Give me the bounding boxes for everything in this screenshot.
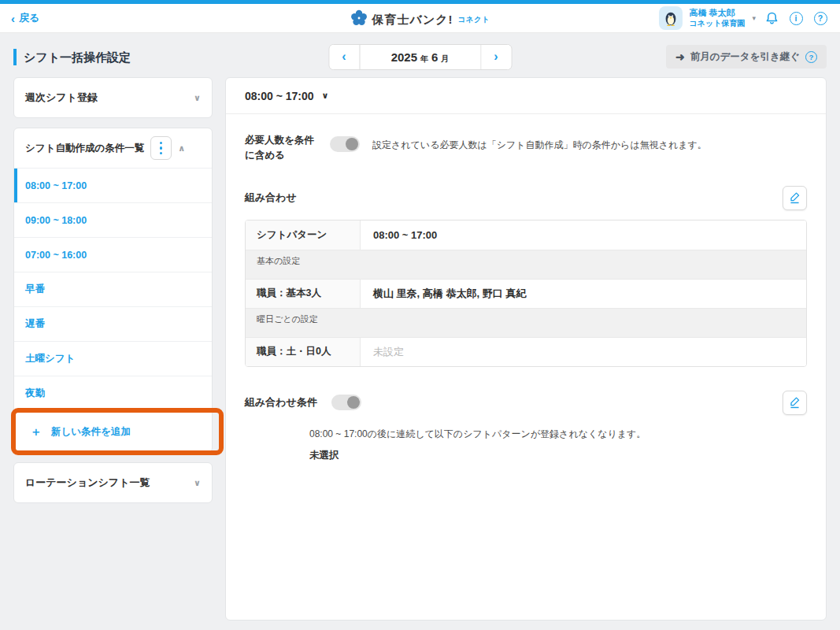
panel-header-label: 08:00 ~ 17:00	[245, 90, 314, 102]
flower-logo-icon	[350, 9, 368, 27]
prev-month-button[interactable]: ‹	[329, 45, 359, 69]
combination-table: シフトパターン 08:00 ~ 17:00 基本の設定 職員：基本3人 横山 里…	[245, 220, 807, 367]
add-new-condition-button[interactable]: ＋ 新しい条件を追加	[14, 411, 212, 452]
penguin-avatar-icon	[662, 9, 679, 27]
arrow-right-icon: ➜	[675, 50, 685, 63]
condition-label: 遅番	[25, 317, 45, 331]
table-subheader-row: 曜日ごとの設定	[246, 308, 806, 337]
condition-item-0800-1700[interactable]: 08:00 ~ 17:00	[14, 168, 212, 202]
panel-body: 必要人数を条件に含める 設定されている必要人数は「シフト自動作成」時の条件からは…	[226, 114, 826, 478]
combination-condition-title: 組み合わせ条件	[245, 395, 317, 410]
combination-condition-head: 組み合わせ条件	[245, 391, 807, 415]
month-navigator: ‹ 2025 年 6 月 ›	[328, 44, 512, 70]
info-button[interactable]: i	[787, 9, 805, 27]
table-row: 職員：土・日0人 未設定	[246, 337, 806, 366]
user-org: コネット保育園	[690, 19, 746, 29]
row-label: シフトパターン	[246, 220, 361, 250]
avatar[interactable]	[659, 6, 683, 30]
combination-condition-note: 08:00 ~ 17:00の後に連続して以下のシフトパターンが登録されなくなりま…	[309, 428, 807, 441]
auto-create-conditions-card: シフト自動作成の条件一覧 ∧ 08:00 ~ 17:00 09:00 ~ 18:…	[13, 128, 213, 453]
carryover-label: 前月のデータを引き継ぐ	[690, 50, 800, 64]
row-value: 横山 里奈, 高橋 恭太郎, 野口 真紀	[361, 280, 806, 308]
carryover-previous-month-button[interactable]: ➜ 前月のデータを引き継ぐ ?	[666, 45, 827, 69]
condition-item-0900-1800[interactable]: 09:00 ~ 18:00	[14, 202, 212, 237]
panel-header-shift-pattern[interactable]: 08:00 ~ 17:00 ∨	[226, 78, 826, 114]
rotation-shift-card: ローテーションシフト一覧 ∨	[13, 462, 213, 503]
table-subheader-row: 基本の設定	[246, 250, 806, 279]
chevron-up-icon: ∧	[178, 143, 185, 154]
combination-section-head: 組み合わせ	[245, 186, 807, 210]
next-month-button[interactable]: ›	[481, 45, 511, 69]
accordion-weekly-shift[interactable]: 週次シフト登録 ∨	[14, 78, 212, 117]
add-new-condition-label: 新しい条件を追加	[51, 425, 131, 439]
chevron-right-icon: ›	[494, 50, 498, 64]
content: 週次シフト登録 ∨ シフト自動作成の条件一覧 ∧ 08:00 ~ 17:00 0…	[0, 77, 840, 621]
weekly-shift-card: 週次シフト登録 ∨	[13, 77, 213, 118]
current-month-display: 2025 年 6 月	[359, 45, 481, 69]
chevron-down-icon: ∨	[322, 91, 329, 101]
month-value: 6	[431, 50, 438, 64]
condition-item-early-shift[interactable]: 早番	[14, 272, 212, 306]
help-icon: ?	[814, 12, 827, 25]
condition-label: 早番	[25, 283, 45, 296]
condition-item-saturday-shift[interactable]: 土曜シフト	[14, 341, 212, 376]
pencil-edit-icon	[789, 191, 801, 204]
table-row: 職員：基本3人 横山 里奈, 高橋 恭太郎, 野口 真紀	[246, 279, 806, 308]
sidebar: 週次シフト登録 ∨ シフト自動作成の条件一覧 ∧ 08:00 ~ 17:00 0…	[13, 77, 213, 503]
notifications-button[interactable]	[763, 9, 780, 27]
rotation-shift-title: ローテーションシフト一覧	[25, 476, 150, 490]
subheader-label: 曜日ごとの設定	[246, 309, 806, 337]
add-condition-row-wrap: ＋ 新しい条件を追加	[14, 410, 212, 452]
condition-label: 夜勤	[25, 387, 45, 400]
back-label: 戻る	[19, 11, 39, 25]
bell-icon	[764, 11, 779, 26]
pencil-edit-icon	[789, 396, 801, 409]
required-people-label: 必要人数を条件に含める	[245, 133, 320, 164]
user-menu[interactable]: 高橋 恭太郎 コネット保育園	[690, 8, 746, 28]
row-label: 職員：基本3人	[246, 280, 361, 308]
combination-condition-toggle[interactable]	[331, 395, 361, 410]
help-button[interactable]: ?	[812, 9, 829, 27]
combination-edit-button[interactable]	[783, 186, 807, 210]
page-head: シフト一括操作設定 ‹ 2025 年 6 月 › ➜ 前月のデータを引き継ぐ ?	[0, 33, 840, 77]
back-button[interactable]: ‹ 戻る	[11, 11, 39, 25]
user-name: 高橋 恭太郎	[690, 8, 746, 19]
chevron-down-icon: ∨	[194, 93, 201, 103]
accordion-rotation-shift[interactable]: ローテーションシフト一覧 ∨	[14, 463, 212, 502]
main-panel: 08:00 ~ 17:00 ∨ 必要人数を条件に含める 設定されている必要人数は…	[225, 77, 827, 621]
condition-label: 土曜シフト	[25, 352, 75, 365]
auto-create-title: シフト自動作成の条件一覧	[25, 142, 144, 155]
row-value: 08:00 ~ 17:00	[361, 220, 806, 250]
user-caret-icon[interactable]: ▾	[752, 14, 756, 22]
combination-title: 組み合わせ	[245, 191, 297, 205]
accordion-auto-create-conditions[interactable]: シフト自動作成の条件一覧 ∧	[14, 128, 212, 168]
month-unit: 月	[441, 54, 449, 65]
table-row: シフトパターン 08:00 ~ 17:00	[246, 220, 806, 250]
subheader-label: 基本の設定	[246, 250, 806, 279]
required-people-section: 必要人数を条件に含める 設定されている必要人数は「シフト自動作成」時の条件からは…	[245, 133, 807, 164]
combination-condition-edit-button[interactable]	[783, 391, 807, 415]
logo-suffix: コネクト	[458, 15, 490, 27]
toggle-knob	[347, 396, 360, 409]
condition-item-0700-1600[interactable]: 07:00 ~ 16:00	[14, 237, 212, 272]
chevron-down-icon: ∨	[194, 478, 201, 488]
back-chevron-icon: ‹	[11, 13, 15, 24]
row-value-unset: 未設定	[361, 338, 806, 366]
year-unit: 年	[420, 54, 428, 65]
kebab-menu-button[interactable]	[150, 136, 172, 160]
info-icon: i	[790, 12, 803, 25]
condition-item-late-shift[interactable]: 遅番	[14, 306, 212, 341]
required-people-toggle[interactable]	[330, 136, 360, 152]
user-area: 高橋 恭太郎 コネット保育園 ▾ i ?	[659, 6, 829, 30]
condition-label: 08:00 ~ 17:00	[25, 180, 87, 191]
condition-item-night-shift[interactable]: 夜勤	[14, 376, 212, 410]
year-value: 2025	[391, 50, 417, 64]
required-people-note: 設定されている必要人数は「シフト自動作成」時の条件からは無視されます。	[372, 139, 707, 152]
condition-label: 07:00 ~ 16:00	[25, 250, 87, 261]
carryover-help-icon[interactable]: ?	[805, 51, 817, 63]
plus-icon: ＋	[30, 424, 42, 439]
app-logo[interactable]: 保育士バンク! コネクト	[350, 9, 490, 27]
kebab-menu-icon	[160, 142, 163, 145]
weekly-shift-title: 週次シフト登録	[25, 91, 98, 105]
logo-text: 保育士バンク!	[372, 13, 453, 27]
